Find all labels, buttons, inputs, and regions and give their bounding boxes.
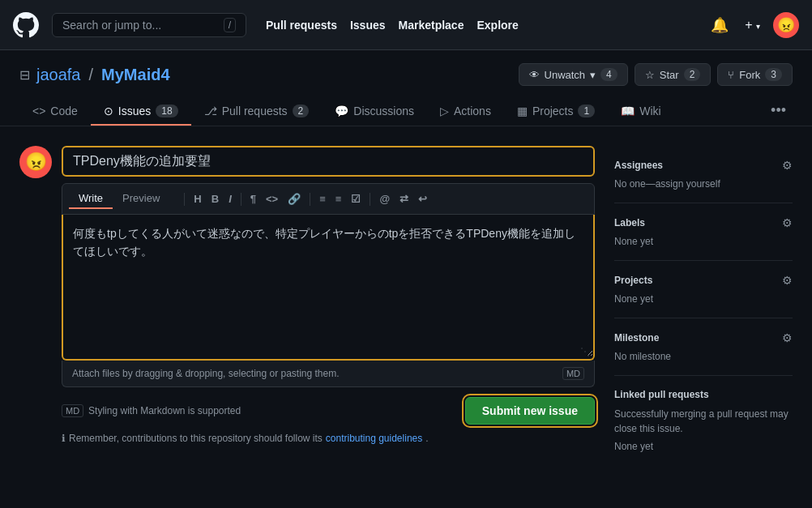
user-avatar: 😠 (19, 146, 52, 178)
ordered-list-btn[interactable]: ≡ (331, 190, 346, 207)
toolbar-divider-3 (310, 193, 310, 206)
assignees-header: Assignees ⚙ (614, 159, 793, 172)
submit-new-issue-button[interactable]: Submit new issue (465, 397, 595, 425)
tab-actions-label: Actions (454, 105, 491, 117)
projects-sidebar-title: Projects (614, 275, 652, 286)
unwatch-button[interactable]: 👁 Unwatch ▾ 4 (519, 63, 628, 86)
linked-prs-title: Linked pull requests (614, 389, 709, 400)
resize-handle: ⋱ (580, 346, 590, 357)
info-icon: ℹ (62, 433, 66, 444)
tab-issues-label: Issues (118, 105, 151, 117)
discussions-icon: 💬 (335, 105, 348, 117)
tab-more-icon[interactable]: ••• (764, 96, 793, 126)
repo-owner-link[interactable]: jaoafa (36, 66, 81, 84)
projects-badge: 1 (578, 105, 595, 117)
toolbar-divider-2 (241, 193, 241, 206)
contributing-guidelines-link[interactable]: contributing guidelines (326, 433, 422, 444)
italic-btn[interactable]: I (224, 190, 236, 207)
avatar[interactable]: 😠 (773, 12, 799, 38)
fork-button[interactable]: ⑂ Fork 3 (717, 63, 793, 86)
repo-tabs: <> Code ⊙ Issues 18 ⎇ Pull requests 2 💬 … (19, 96, 793, 126)
nav-explore[interactable]: Explore (477, 19, 518, 32)
repo-actions: 👁 Unwatch ▾ 4 ☆ Star 2 ⑂ Fork 3 (519, 63, 793, 86)
star-button[interactable]: ☆ Star 2 (635, 63, 712, 86)
search-placeholder: Search or jump to... (62, 19, 161, 32)
projects-value: None yet (614, 293, 793, 305)
tab-projects-label: Projects (532, 105, 574, 117)
sidebar-assignees: Assignees ⚙ No one—assign yourself (614, 146, 793, 203)
tab-actions[interactable]: ▷ Actions (427, 98, 504, 126)
repo-name-link[interactable]: MyMaid4 (101, 66, 169, 84)
wiki-icon: 📖 (621, 105, 635, 117)
nav-marketplace[interactable]: Marketplace (399, 19, 464, 32)
milestone-header: Milestone ⚙ (614, 331, 793, 344)
projects-gear-icon[interactable]: ⚙ (782, 274, 793, 287)
repo-book-icon: ⊟ (19, 67, 30, 83)
editor-toolbar: Write Preview H B I ¶ <> 🔗 ≡ ≡ ☑ @ ⇄ ↩ (62, 183, 595, 215)
notifications-icon[interactable]: 🔔 (707, 13, 732, 37)
tab-issues[interactable]: ⊙ Issues 18 (91, 98, 191, 126)
repo-title-row: ⊟ jaoafa / MyMaid4 👁 Unwatch ▾ 4 ☆ Star … (19, 63, 793, 86)
assignees-gear-icon[interactable]: ⚙ (782, 159, 793, 172)
nav-right: 🔔 + ▾ 😠 (707, 12, 799, 38)
milestone-title: Milestone (614, 332, 659, 344)
sidebar-projects: Projects ⚙ None yet (614, 260, 793, 318)
toolbar-divider-4 (370, 193, 370, 206)
mention-btn[interactable]: @ (375, 190, 394, 207)
guidelines-text: Remember, contributions to this reposito… (69, 433, 323, 444)
undo-btn[interactable]: ↩ (414, 190, 431, 207)
md-icon: MD (562, 367, 584, 380)
fork-icon: ⑂ (728, 69, 734, 81)
code-btn[interactable]: <> (262, 190, 282, 207)
tab-discussions[interactable]: 💬 Discussions (322, 98, 427, 126)
reference-btn[interactable]: ⇄ (395, 190, 412, 207)
eye-icon: 👁 (529, 69, 540, 81)
markdown-icon: MD (62, 404, 83, 417)
fork-label: Fork (739, 69, 760, 81)
editor-textarea[interactable]: 何度もtpしてくる人がいて迷惑なので、特定プレイヤーからのtpを拒否できるTPD… (63, 215, 593, 356)
github-logo-icon[interactable] (13, 12, 39, 38)
task-list-btn[interactable]: ☑ (347, 190, 365, 207)
quote-btn[interactable]: ¶ (246, 190, 260, 207)
sidebar-milestone: Milestone ⚙ No milestone (614, 318, 793, 375)
form-footer: MD Styling with Markdown is supported Su… (62, 397, 595, 425)
sidebar-linked-prs: Linked pull requests Successfully mergin… (614, 375, 793, 465)
search-box[interactable]: Search or jump to... / (52, 13, 246, 37)
milestone-gear-icon[interactable]: ⚙ (782, 331, 793, 344)
issue-title-input[interactable] (62, 146, 595, 177)
tab-wiki[interactable]: 📖 Wiki (608, 98, 673, 126)
nav-issues[interactable]: Issues (350, 19, 386, 32)
projects-header: Projects ⚙ (614, 274, 793, 287)
guidelines-note: ℹ Remember, contributions to this reposi… (62, 433, 595, 444)
labels-value: None yet (614, 236, 793, 247)
write-preview-tabs: Write Preview (69, 189, 169, 209)
issues-badge: 18 (156, 105, 177, 117)
bold-btn[interactable]: B (207, 190, 223, 207)
attach-bar: Attach files by dragging & dropping, sel… (62, 361, 595, 387)
tab-projects[interactable]: ▦ Projects 1 (504, 98, 608, 126)
nav-links: Pull requests Issues Marketplace Explore (266, 19, 519, 32)
star-icon: ☆ (645, 69, 655, 81)
tab-pull-requests[interactable]: ⎇ Pull requests 2 (191, 98, 323, 126)
heading-btn[interactable]: H (190, 190, 205, 207)
plus-icon[interactable]: + ▾ (741, 15, 763, 36)
write-tab[interactable]: Write (69, 189, 113, 209)
tab-wiki-label: Wiki (639, 105, 660, 117)
labels-header: Labels ⚙ (614, 216, 793, 229)
attach-text: Attach files by dragging & dropping, sel… (72, 368, 340, 379)
search-slash-key: / (224, 18, 236, 32)
tab-pr-label: Pull requests (222, 105, 288, 117)
repo-title: ⊟ jaoafa / MyMaid4 (19, 66, 170, 84)
main-content: 😠 Write Preview H B I ¶ <> 🔗 ≡ ≡ ☑ (0, 126, 812, 485)
tab-code-label: Code (50, 105, 77, 117)
assignees-title: Assignees (614, 160, 663, 171)
link-btn[interactable]: 🔗 (284, 190, 305, 207)
unordered-list-btn[interactable]: ≡ (315, 190, 330, 207)
preview-tab[interactable]: Preview (113, 189, 169, 209)
navbar: Search or jump to... / Pull requests Iss… (0, 0, 812, 50)
toolbar-divider-1 (184, 193, 185, 206)
nav-pull-requests[interactable]: Pull requests (266, 19, 337, 32)
labels-gear-icon[interactable]: ⚙ (782, 216, 793, 229)
assignees-value: No one—assign yourself (614, 178, 793, 190)
tab-code[interactable]: <> Code (19, 98, 91, 126)
